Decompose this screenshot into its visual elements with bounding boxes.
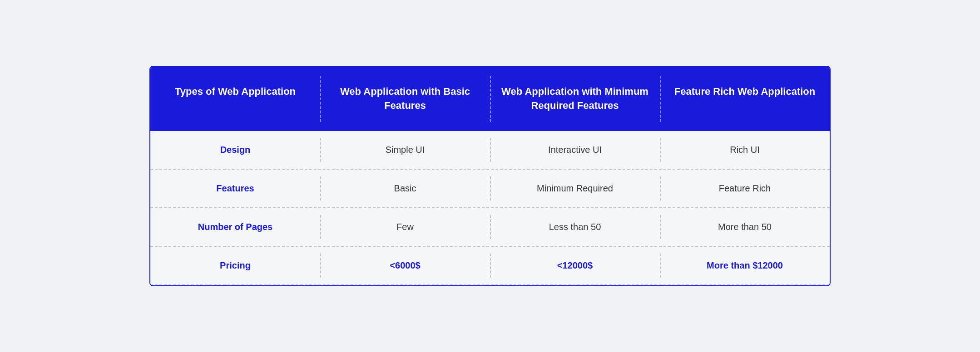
row-2-col4: More than 50 [660,208,830,246]
comparison-table: Types of Web Application Web Application… [149,66,831,286]
row-2-col2: Few [320,208,490,246]
table-body: Design Simple UI Interactive UI Rich UI … [150,131,830,285]
row-0-col2: Simple UI [320,131,490,169]
table-row: Design Simple UI Interactive UI Rich UI [150,131,830,170]
header-col1: Types of Web Application [150,67,320,131]
row-1-col2: Basic [320,170,490,207]
header-col2: Web Application with Basic Features [320,67,490,131]
row-2-label: Number of Pages [150,208,320,246]
table-row: Features Basic Minimum Required Feature … [150,170,830,208]
header-col3: Web Application with Minimum Required Fe… [490,67,660,131]
row-1-label: Features [150,170,320,207]
row-3-label: Pricing [150,247,320,284]
row-1-col4: Feature Rich [660,170,830,207]
row-3-col2: <6000$ [320,247,490,284]
row-0-label: Design [150,131,320,169]
row-0-col3: Interactive UI [490,131,660,169]
row-1-col3: Minimum Required [490,170,660,207]
table-header: Types of Web Application Web Application… [150,67,830,131]
table-row: Number of Pages Few Less than 50 More th… [150,208,830,247]
row-0-col4: Rich UI [660,131,830,169]
table-row: Pricing <6000$ <12000$ More than $12000 [150,247,830,285]
header-col4: Feature Rich Web Application [660,67,830,131]
row-3-col4: More than $12000 [660,247,830,284]
row-2-col3: Less than 50 [490,208,660,246]
row-3-col3: <12000$ [490,247,660,284]
